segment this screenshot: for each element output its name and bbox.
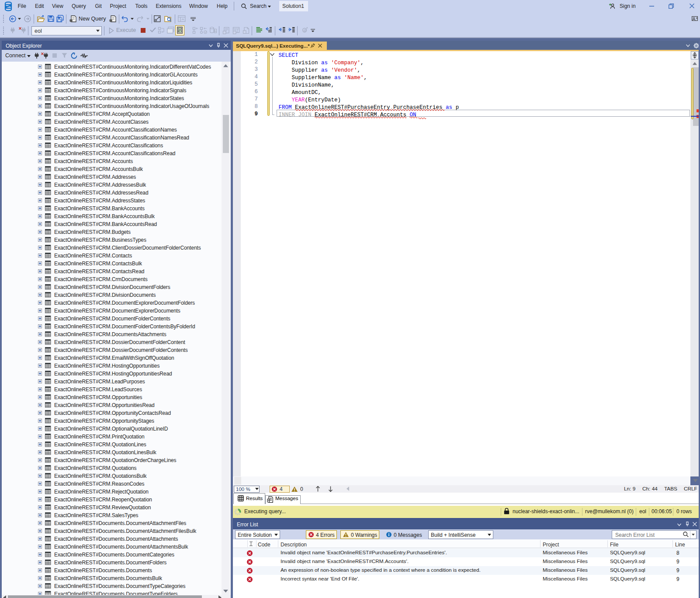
- svg-text:@: @: [303, 28, 307, 32]
